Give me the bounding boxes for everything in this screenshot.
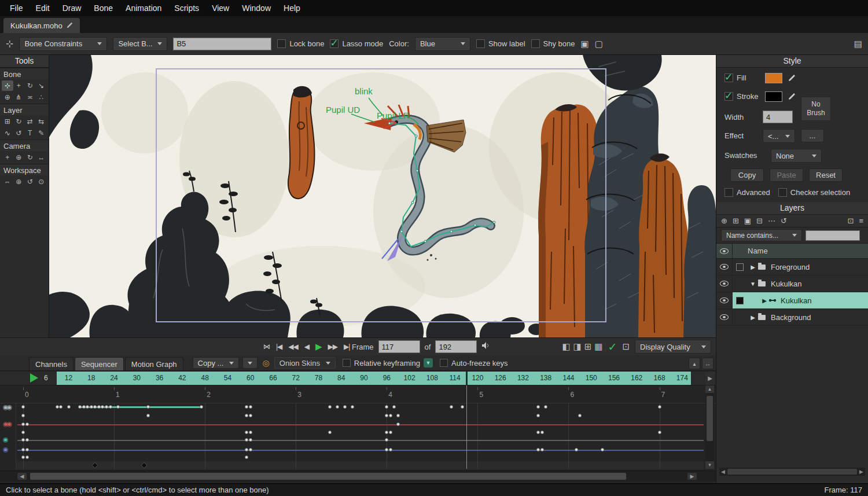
timeline-tab-channels[interactable]: Channels <box>29 357 73 370</box>
reset-style-button[interactable]: Reset <box>809 168 843 182</box>
shear-layer-tool-icon[interactable]: ⇄ <box>24 116 36 127</box>
menu-item-scripts[interactable]: Scripts <box>168 0 205 16</box>
relative-keyframe-icon[interactable]: ▼ <box>424 358 433 368</box>
rotate-layer-z-tool-icon[interactable]: ↺ <box>13 128 25 138</box>
prev-keyframe-icon[interactable]: ◀◀ <box>288 342 297 351</box>
keyframe[interactable] <box>601 448 604 451</box>
keyframe[interactable] <box>67 405 71 409</box>
pan-workspace-tool-icon[interactable]: ⇔ <box>2 177 13 187</box>
advanced-checkbox[interactable]: Advanced <box>724 188 770 197</box>
keyframe[interactable] <box>245 448 248 451</box>
fill-edit-icon[interactable] <box>788 74 796 84</box>
pan-tilt-camera-tool-icon[interactable]: ↔ <box>36 152 47 163</box>
effect-dropdown[interactable]: <... <box>763 129 795 143</box>
play-icon[interactable]: ▶ <box>315 342 322 351</box>
keyframe[interactable] <box>351 405 354 409</box>
keyframe[interactable] <box>396 422 400 426</box>
layer-color-swatch[interactable] <box>736 263 744 271</box>
copy-style-button[interactable]: Copy <box>730 168 764 182</box>
layer-visibility-toggle[interactable] <box>716 309 733 325</box>
layer-row[interactable]: ▶Kukulkan <box>716 292 868 309</box>
layer-expand-toggle[interactable]: ▶ <box>749 264 757 270</box>
keyframe[interactable] <box>245 405 248 409</box>
scroll-down-icon[interactable]: ▼ <box>705 461 714 469</box>
canvas-viewport[interactable]: blink Pupil UD Pupil LR <box>49 55 716 337</box>
keyframe[interactable] <box>249 431 252 434</box>
scroll-left-icon[interactable]: ◀ <box>721 469 725 475</box>
keyframe[interactable] <box>101 405 104 409</box>
menu-item-help[interactable]: Help <box>277 0 307 16</box>
keyframe[interactable] <box>328 405 332 409</box>
layer-expand-toggle[interactable]: ▶ <box>749 314 757 321</box>
track-camera-tool-icon[interactable]: + <box>2 152 13 163</box>
layer-expand-toggle[interactable]: ▶ <box>760 297 768 304</box>
stroke-checkbox[interactable]: Stroke <box>724 92 759 101</box>
keyframe[interactable] <box>21 405 25 409</box>
fill-color-swatch[interactable] <box>765 73 782 83</box>
keyframe[interactable] <box>540 448 544 451</box>
document-tab[interactable]: Kukulkan.moho <box>3 18 80 33</box>
rename-document-icon[interactable] <box>67 21 73 30</box>
menu-item-edit[interactable]: Edit <box>30 0 56 16</box>
select-bone-dropdown[interactable]: Select B... <box>113 37 167 51</box>
keyframe[interactable] <box>21 438 25 442</box>
bone-label-pupil-ud[interactable]: Pupil UD <box>326 105 360 115</box>
keyframe[interactable] <box>56 405 59 409</box>
keyframe[interactable] <box>245 431 248 434</box>
menu-item-file[interactable]: File <box>3 0 30 16</box>
enable-drawing-check-icon[interactable]: ✓ <box>608 340 617 354</box>
keyframe[interactable] <box>389 414 392 417</box>
keyframe[interactable] <box>536 431 540 434</box>
translate-bone-tool-icon[interactable]: + <box>13 80 25 91</box>
timeline-tab-sequencer[interactable]: Sequencer <box>75 357 124 370</box>
collapse-groups-icon[interactable]: ≡ <box>859 216 863 225</box>
layer-row[interactable]: ▼Kukulkan <box>716 275 868 292</box>
scroll-up-icon[interactable]: ▲ <box>705 385 714 393</box>
view-split-icon[interactable]: ◨ <box>573 341 582 352</box>
keyframe[interactable] <box>25 422 29 426</box>
timeline-vscrollbar[interactable]: ▲ ▼ <box>705 385 714 469</box>
swatches-dropdown[interactable]: None <box>771 149 822 163</box>
scroll-right-icon[interactable]: ▶ <box>687 473 697 480</box>
keyframe[interactable] <box>21 455 25 459</box>
bone-name-input[interactable] <box>173 38 271 50</box>
relative-keyframing-checkbox[interactable]: Relative keyframing <box>343 359 420 368</box>
onion-skin-icon[interactable]: ◎ <box>263 358 270 368</box>
keyframe[interactable] <box>578 414 582 417</box>
scroll-to-layer-icon[interactable]: ⊡ <box>848 216 854 225</box>
hscroll-thumb[interactable] <box>727 469 857 475</box>
first-frame-icon[interactable]: |◀ <box>276 342 282 351</box>
duplicate-layer-icon[interactable]: ⊞ <box>733 216 739 225</box>
keyframe[interactable] <box>21 414 25 417</box>
bone-outlines-icon[interactable]: ▢ <box>595 39 603 49</box>
scroll-left-icon[interactable]: ◀ <box>17 473 27 480</box>
keyframe[interactable] <box>245 414 248 417</box>
frame-ruler[interactable]: 1218243036424854606672788490961021081141… <box>57 372 691 385</box>
keyframe[interactable] <box>146 405 150 409</box>
stroke-edit-icon[interactable] <box>788 92 796 102</box>
keyframe[interactable] <box>116 405 120 409</box>
layer-row[interactable]: ▶Background <box>716 309 868 326</box>
reparent-bone-tool-icon[interactable]: ⋔ <box>13 92 25 102</box>
keyframe[interactable] <box>97 405 101 409</box>
layer-visibility-toggle[interactable] <box>716 275 733 292</box>
prev-frame-icon[interactable]: ◀ <box>304 342 309 351</box>
keyframe[interactable] <box>249 414 252 417</box>
keyframe[interactable] <box>245 438 248 442</box>
keyframe[interactable] <box>385 405 388 409</box>
keyframe[interactable] <box>343 405 347 409</box>
keyframe[interactable] <box>82 405 86 409</box>
zoom-camera-tool-icon[interactable]: ⊕ <box>13 152 25 163</box>
layer-visibility-toggle[interactable] <box>716 292 733 308</box>
next-keyframe-icon[interactable]: ▶| <box>344 342 350 351</box>
keyframe[interactable] <box>90 405 93 409</box>
auto-freeze-checkbox[interactable]: Auto-freeze keys <box>440 359 508 368</box>
keyframe[interactable] <box>93 405 97 409</box>
follow-path-tool-icon[interactable]: ∿ <box>2 128 13 138</box>
menu-item-draw[interactable]: Draw <box>56 0 88 16</box>
keyframe[interactable] <box>105 405 108 409</box>
keyframe[interactable] <box>385 431 388 434</box>
menu-item-bone[interactable]: Bone <box>87 0 119 16</box>
display-quality-dropdown[interactable]: Display Quality <box>635 340 711 354</box>
hide-controlled-bones-icon[interactable]: ▣ <box>580 39 589 49</box>
